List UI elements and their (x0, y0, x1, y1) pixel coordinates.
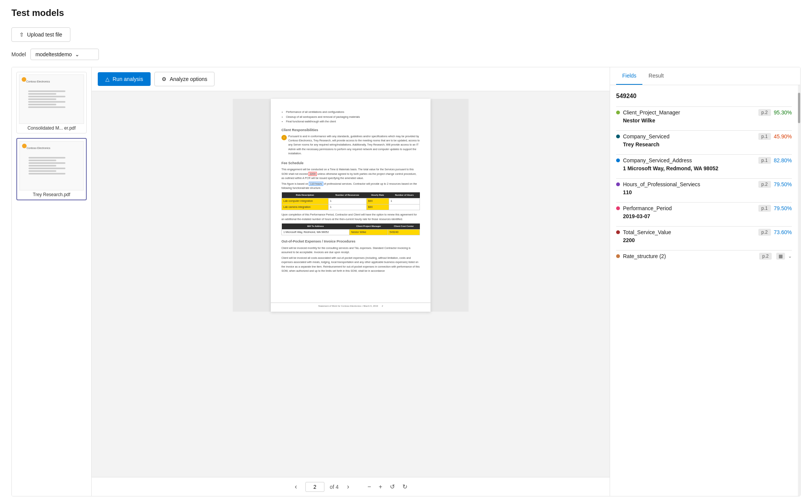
collapse-icon[interactable]: ⌄ (788, 254, 792, 259)
scroll-thumb[interactable] (798, 93, 800, 123)
tab-fields[interactable]: Fields (616, 67, 642, 85)
scroll-track[interactable] (798, 85, 800, 496)
thumb-line (29, 160, 56, 161)
field-value-2: Trey Research (616, 141, 792, 147)
zoom-controls: − + ↺ ↻ (365, 482, 410, 492)
field-pct-4: 79.50% (774, 181, 792, 187)
field-header-4: Hours_of_Professional_Serviecs p.2 79.50… (616, 181, 792, 188)
file-card-2[interactable]: Contoso Electronics Trey Research.pdf (16, 138, 87, 200)
doc-page-nav: ‹ of 4 › − + ↺ ↻ (92, 477, 610, 496)
upload-label: Upload test file (27, 32, 62, 38)
thumb-header-2: Contoso Electronics (23, 147, 80, 149)
divider (616, 226, 792, 227)
rate-table: Role Description Number of Resources Hou… (281, 192, 420, 210)
model-select[interactable]: modeltestdemo ⌄ (30, 49, 99, 60)
field-name-1: Client_Project_Manager (623, 109, 755, 116)
page-of-label: of 4 (330, 484, 338, 490)
toolbar: ⇧ Upload test file (11, 27, 801, 42)
field-page-6: p.2 (758, 229, 771, 236)
field-item-6: Total_Service_Value p.2 73.60% 2200 (616, 229, 792, 243)
run-analysis-button[interactable]: △ Run analysis (98, 72, 151, 86)
divider (616, 202, 792, 203)
analyze-options-button[interactable]: ⚙ Analyze options (154, 72, 215, 86)
file-name-1: Consolidated M... er.pdf (19, 125, 84, 131)
file-panel: Contoso Electronics Consolidated M... er… (12, 67, 92, 496)
field-dot-6 (616, 230, 620, 234)
file-status-dot-2 (22, 144, 27, 148)
field-page-3: p.1 (758, 157, 771, 164)
model-row: Model modeltestdemo ⌄ (11, 49, 801, 60)
zoom-out-button[interactable]: − (365, 482, 373, 492)
fields-list: 549240 Client_Project_Manager p.2 95.30%… (610, 85, 798, 496)
analyze-label: Analyze options (170, 76, 207, 82)
highlight-value: 2200 (308, 172, 317, 176)
fields-tabs: Fields Result (610, 67, 800, 85)
prev-page-button[interactable]: ‹ (292, 481, 300, 492)
field-pct-6: 73.60% (774, 229, 792, 235)
field-header-1: Client_Project_Manager p.2 95.30% (616, 109, 792, 116)
field-dot-5 (616, 206, 620, 210)
field-page-7: p.2 (759, 253, 772, 260)
field-pct-2: 45.90% (774, 133, 792, 139)
highlight-hours: 110 hours (309, 182, 323, 186)
fee-schedule-title: Fee Schedule (281, 161, 420, 166)
field-dot-2 (616, 135, 620, 138)
divider (616, 250, 792, 250)
page-number-input[interactable] (305, 482, 324, 492)
client-resp-title: Client Responsibilities (281, 128, 420, 133)
field-name-3: Company_Serviced_Address (623, 157, 755, 163)
field-value-3: 1 Microsoft Way, Redmond, WA 98052 (616, 165, 792, 171)
field-value-1: Nestor Wilke (616, 117, 792, 124)
field-page-1: p.2 (758, 109, 771, 116)
thumb-line (29, 162, 65, 164)
next-page-button[interactable]: › (344, 481, 352, 492)
field-header-5: Performance_Period p.1 79.50% (616, 205, 792, 212)
thumb-line (28, 98, 56, 100)
model-label: Model (11, 51, 26, 57)
rotate-left-button[interactable]: ↺ (388, 482, 397, 492)
thumb-line (29, 168, 65, 169)
thumb-line (28, 101, 65, 103)
doc-bullets: Performance of all ventilations and conf… (281, 110, 420, 124)
field-pct-3: 82.80% (774, 157, 792, 163)
fee-text-3: Upon completion of this Performance Peri… (281, 212, 420, 221)
field-item-7: Rate_structure (2) p.2 ▦ ⌄ (616, 253, 792, 260)
doc-footer: Statement of Work for Contoso Electronic… (271, 303, 431, 308)
thumb-header-1: Contoso Electronics (22, 80, 81, 83)
field-item-1: Client_Project_Manager p.2 95.30% Nestor… (616, 109, 792, 124)
field-name-6: Total_Service_Value (623, 229, 755, 235)
field-id: 549240 (616, 90, 792, 104)
thumb-line (29, 165, 56, 166)
tab-result[interactable]: Result (642, 67, 670, 85)
main-content: Contoso Electronics Consolidated M... er… (11, 67, 801, 496)
settings-icon: ⚙ (162, 76, 167, 82)
upload-button[interactable]: ⇧ Upload test file (11, 27, 70, 42)
rotate-right-button[interactable]: ↻ (400, 482, 410, 492)
thumb-lines-2 (29, 157, 75, 176)
field-name-2: Company_Serviced (623, 133, 755, 139)
doc-panel: △ Run analysis ⚙ Analyze options (92, 67, 610, 496)
zoom-in-button[interactable]: + (377, 482, 385, 492)
file-card-1[interactable]: Contoso Electronics Consolidated M... er… (16, 72, 87, 133)
thumb-line (29, 173, 65, 174)
file-status-dot-1 (22, 77, 26, 82)
thumb-line (28, 96, 65, 97)
divider (616, 130, 792, 131)
thumb-line (28, 106, 65, 108)
file-thumbnail-1: Contoso Electronics (19, 74, 84, 124)
doc-page: Performance of all ventilations and conf… (271, 99, 431, 312)
field-value-6: 2200 (616, 237, 792, 243)
file-name-2: Trey Research.pdf (19, 192, 84, 197)
divider (616, 178, 792, 179)
divider (616, 106, 792, 107)
field-page-2: p.1 (758, 133, 771, 140)
field-value-5: 2019-03-07 (616, 213, 792, 219)
divider (616, 154, 792, 155)
oop-text-2: Client will be invoiced all costs associ… (281, 256, 420, 273)
fields-panel: Fields Result 549240 Client_Project_Mana… (610, 67, 800, 496)
chevron-down-icon: ⌄ (75, 51, 79, 57)
field-item-3: Company_Serviced_Address p.1 82.80% 1 Mi… (616, 157, 792, 171)
model-value: modeltestdemo (35, 51, 72, 57)
field-name-4: Hours_of_Professional_Serviecs (623, 181, 755, 187)
field-value-4: 110 (616, 189, 792, 195)
